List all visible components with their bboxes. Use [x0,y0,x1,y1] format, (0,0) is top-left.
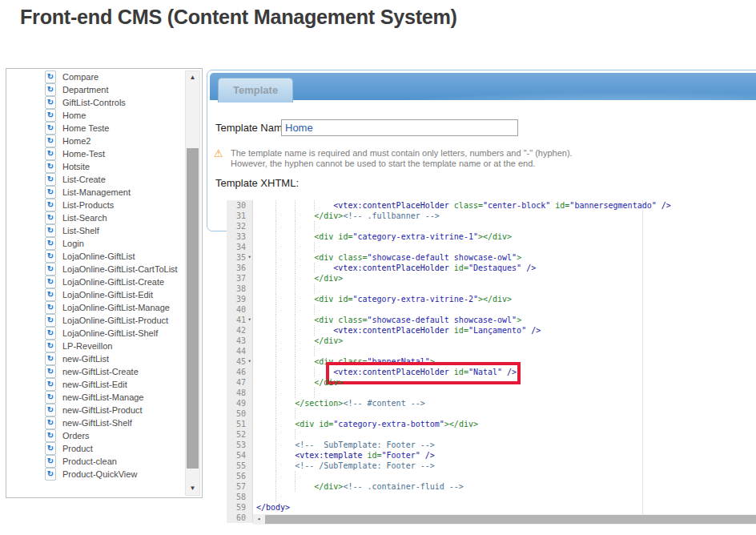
tree-item-lojaonline-giftlist-edit[interactable]: ↻LojaOnline-GiftList-Edit [7,288,185,301]
tree-item-hotsite[interactable]: ↻Hotsite [7,160,185,173]
code-line-53[interactable]: 53 <!-- SubTemplate: Footer --> [227,440,756,450]
tree-item-lojaonline-giftlist-create[interactable]: ↻LojaOnline-GiftList-Create [7,276,185,288]
fold-spacer [246,346,253,356]
tree-item-lojaonline-giftlist-shelf[interactable]: ↻LojaOnline-GiftList-Shelf [7,327,185,340]
tree-item-product[interactable]: ↻Product [7,442,185,455]
fold-arrow-icon[interactable]: ▾ [246,356,253,367]
code-line-32[interactable]: 32 [227,221,756,231]
xhtml-code-editor[interactable]: 30 <vtex:contentPlaceHolder class="cente… [227,200,756,523]
code-line-34[interactable]: 34 [227,242,756,252]
editor-scrollbar-thumb[interactable] [265,515,756,524]
code-line-45[interactable]: 45▾ <div class="bannerNatal"> [227,356,756,367]
code-text [253,429,756,440]
code-line-36[interactable]: 36 <vtex:contentPlaceHolder id="Destaque… [227,263,756,273]
tree-item-lp-reveillon[interactable]: ↻LP-Reveillon [7,340,185,352]
code-line-33[interactable]: 33 <div id="category-extra-vitrine-1"></… [227,231,756,242]
tree-item-new-giftlist-edit[interactable]: ↻new-GiftList-Edit [7,378,185,391]
code-line-30[interactable]: 30 <vtex:contentPlaceHolder class="cente… [227,200,756,211]
indent-guide [275,273,276,284]
code-line-38[interactable]: 38 [227,284,756,294]
tree-item-home2[interactable]: ↻Home2 [7,135,185,147]
code-text: </div> [253,377,756,388]
code-line-46[interactable]: 46 <vtex:contentPlaceHolder id="Natal" /… [227,367,756,377]
tree-item-lojaonline-giftlist-carttolist[interactable]: ↻LojaOnline-GiftList-CartToList [7,263,185,276]
tab-template[interactable]: Template [218,78,293,103]
tree-item-orders[interactable]: ↻Orders [7,429,185,442]
fold-spacer [246,242,253,252]
tree-item-list-search[interactable]: ↻List-Search [7,211,185,224]
template-name-input[interactable] [281,119,518,136]
tree-item-home-teste[interactable]: ↻Home Teste [7,122,185,135]
tree-item-label: Home-Test [62,149,105,159]
tree-item-list-create[interactable]: ↻List-Create [7,173,185,186]
tree-item-label: Home2 [62,136,90,146]
tree-item-list-products[interactable]: ↻List-Products [7,199,185,211]
code-line-49[interactable]: 49 </section><!-- #content --> [227,398,756,408]
code-line-31[interactable]: 31 </div><!-- .fullbanner --> [227,211,756,221]
code-line-39[interactable]: 39 <div id="category-extra-vitrine-2"></… [227,294,756,304]
tree-item-lojaonline-giftlist[interactable]: ↻LojaOnline-GiftList [7,250,185,263]
fold-arrow-icon[interactable]: ▾ [246,252,253,263]
code-line-55[interactable]: 55 <!-- /SubTemplate: Footer --> [227,461,756,471]
tree-item-product-clean[interactable]: ↻Product-clean [7,455,185,468]
code-line-35[interactable]: 35▾ <div class="showcase-default showcas… [227,252,756,263]
indent-guide [275,346,276,356]
tree-item-list-management[interactable]: ↻List-Management [7,186,185,199]
tree-item-giftlist-controls[interactable]: ↻GiftList-Controls [7,96,185,109]
editor-horizontal-scrollbar[interactable]: ◂ [253,514,756,525]
tree-item-product-quickview[interactable]: ↻Product-QuickView [7,468,185,481]
code-line-56[interactable]: 56 [227,471,756,481]
code-line-43[interactable]: 43 </div> [227,336,756,346]
tree-item-login[interactable]: ↻Login [7,237,185,250]
indent-guide [275,440,276,450]
line-number: 34 [227,242,246,252]
indent-guide [275,231,276,242]
tree-item-new-giftlist-create[interactable]: ↻new-GiftList-Create [7,365,185,378]
code-line-52[interactable]: 52 [227,429,756,440]
indent-guide [314,346,315,356]
indent-guide [295,325,296,336]
tree-item-compare[interactable]: ↻Compare [7,70,185,83]
code-text: <!-- /SubTemplate: Footer --> [253,461,756,471]
code-line-37[interactable]: 37 </div> [227,273,756,284]
code-line-47[interactable]: 47 </div> [227,377,756,388]
code-line-42[interactable]: 42 <vtex:contentPlaceHolder id="Lançamen… [227,325,756,336]
scroll-left-icon[interactable]: ◂ [253,514,264,525]
code-line-50[interactable]: 50 [227,408,756,419]
tree-item-lojaonline-giftlist-product[interactable]: ↻LojaOnline-GiftList-Product [7,314,185,327]
code-line-40[interactable]: 40 [227,304,756,315]
code-line-51[interactable]: 51 <div id="category-extra-bottom"></div… [227,419,756,429]
code-line-57[interactable]: 57 </div><!-- .container-fluid --> [227,481,756,492]
code-line-41[interactable]: 41▾ <div class="showcase-default showcas… [227,315,756,325]
warning-line-1: The template name is required and must c… [231,148,573,159]
indent-guide [314,263,315,273]
template-tree: ↻Compare↻Department↻GiftList-Controls↻Ho… [6,68,203,498]
tree-item-home[interactable]: ↻Home [7,109,185,122]
code-line-48[interactable]: 48 [227,388,756,398]
code-text: <div class="showcase-default showcase-ow… [253,315,756,325]
code-line-54[interactable]: 54 <vtex:template id="Footer" /> [227,450,756,461]
line-number: 45 [227,356,246,367]
tree-scrollbar-thumb[interactable] [187,148,199,469]
scroll-up-icon[interactable]: ▲ [186,71,199,84]
tree-item-department[interactable]: ↻Department [7,83,185,96]
fold-arrow-icon[interactable]: ▾ [246,315,253,325]
code-line-58[interactable]: 58 [227,492,756,502]
code-line-59[interactable]: 59</body> [227,502,756,513]
tree-item-list-shelf[interactable]: ↻List-Shelf [7,224,185,237]
tree-item-new-giftlist[interactable]: ↻new-GiftList [7,352,185,365]
scroll-down-icon[interactable]: ▼ [186,482,199,495]
tree-scrollbar[interactable]: ▲ ▼ [185,70,200,496]
line-number: 59 [227,502,246,513]
line-number: 44 [227,346,246,356]
tree-item-lojaonline-giftlist-manage[interactable]: ↻LojaOnline-GiftList-Manage [7,301,185,314]
tree-item-new-giftlist-shelf[interactable]: ↻new-GiftList-Shelf [7,416,185,429]
tree-item-home-test[interactable]: ↻Home-Test [7,147,185,160]
tree-item-new-giftlist-product[interactable]: ↻new-GiftList-Product [7,404,185,416]
line-number: 58 [227,492,246,502]
code-line-44[interactable]: 44 [227,346,756,356]
tree-item-new-giftlist-manage[interactable]: ↻new-GiftList-Manage [7,391,185,404]
indent-guide [314,388,315,398]
indent-guide [275,388,276,398]
indent-guide [314,304,315,315]
